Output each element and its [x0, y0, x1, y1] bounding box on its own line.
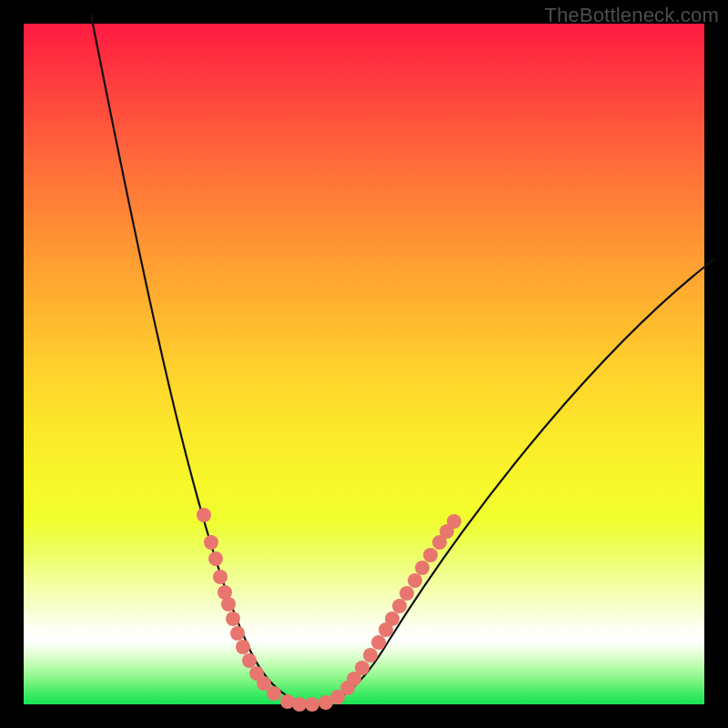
- sample-point: [305, 697, 319, 712]
- sample-point: [408, 573, 422, 588]
- sample-point: [242, 653, 257, 668]
- sample-point: [423, 548, 438, 562]
- sample-point: [355, 661, 369, 675]
- sample-point: [236, 640, 250, 654]
- sample-point: [415, 561, 430, 575]
- sample-point: [385, 612, 399, 626]
- sample-point: [230, 626, 245, 641]
- sample-point: [392, 599, 407, 613]
- sample-point: [447, 514, 461, 529]
- sample-point: [399, 586, 414, 601]
- marker-group: [197, 508, 461, 712]
- sample-point: [292, 697, 307, 712]
- sample-point: [363, 648, 378, 662]
- sample-point: [213, 570, 228, 584]
- sample-point: [226, 612, 240, 626]
- chart-svg: [24, 24, 704, 704]
- sample-point: [371, 635, 386, 650]
- sample-point: [208, 551, 223, 566]
- sample-point: [204, 535, 218, 550]
- sample-point: [197, 508, 211, 522]
- sample-point: [267, 686, 281, 701]
- chart-plot-area: [24, 24, 704, 704]
- sample-point: [221, 597, 236, 612]
